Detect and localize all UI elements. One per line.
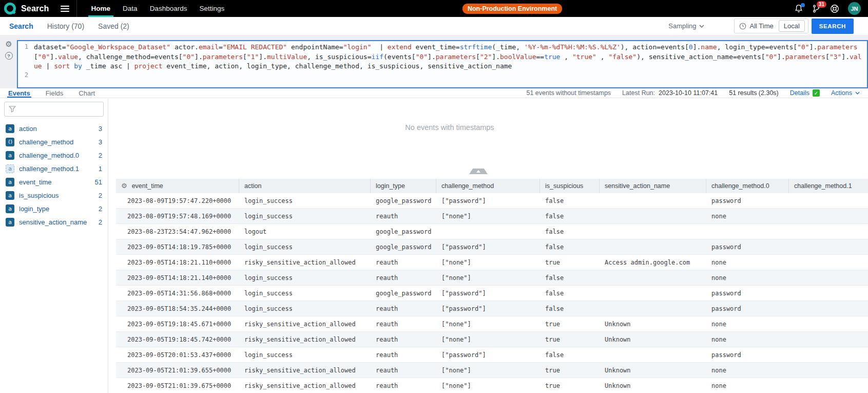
table-row[interactable]: 2023-08-23T23:54:47.962+0000logoutgoogle…: [116, 224, 868, 239]
query-token: multiValue: [267, 53, 307, 61]
tab-events[interactable]: Events: [8, 88, 30, 98]
cell-challenge_method.1: [789, 332, 868, 347]
sampling-dropdown[interactable]: Sampling: [668, 22, 704, 30]
table-row[interactable]: 2023-09-05T14:18:19.785+0000login_succes…: [116, 239, 868, 255]
timezone-button[interactable]: Local: [779, 20, 805, 32]
table-row[interactable]: 2023-09-05T14:31:56.868+0000login_succes…: [116, 286, 868, 301]
nav-item-home[interactable]: Home: [85, 0, 117, 17]
hamburger-menu-icon[interactable]: [61, 6, 69, 12]
query-token: '%Y-%m-%dT%H:%M:%S.%L%Z': [524, 43, 621, 51]
latest-run-value: 2023-10-10 11:07:41: [659, 89, 718, 97]
table-row[interactable]: 2023-08-09T19:57:47.220+0000login_succes…: [116, 193, 868, 209]
column-header-is_suspicious[interactable]: is_suspicious: [540, 179, 600, 193]
nav-item-data[interactable]: Data: [117, 0, 144, 17]
column-header-action[interactable]: action: [239, 179, 371, 193]
branch-activity-icon[interactable]: 31: [812, 4, 821, 13]
field-item-is_suspicious[interactable]: ais_suspicious2: [0, 189, 108, 202]
query-token: ,: [596, 53, 608, 61]
query-token: , is_suspicious=: [307, 53, 371, 61]
cell-challenge_method.0: none: [706, 270, 789, 285]
table-row[interactable]: 2023-09-05T19:18:45.671+0000risky_sensit…: [116, 316, 868, 332]
table-row[interactable]: 2023-08-09T19:57:48.169+0000login_succes…: [116, 209, 868, 224]
time-range-button[interactable]: All Time: [750, 22, 774, 30]
query-token: dataset=: [34, 43, 66, 51]
column-label: event_time: [132, 182, 163, 190]
top-app-bar: Search Home Data Dashboards Settings Non…: [0, 0, 868, 17]
cell-challenge_method: ["none"]: [436, 378, 540, 393]
field-name: sensitive_action_name: [19, 218, 87, 226]
field-filter-input[interactable]: [4, 102, 104, 117]
field-item-event_time[interactable]: aevent_time51: [0, 175, 108, 189]
results-summary: 51 results (2.30s): [729, 89, 779, 97]
column-label: action: [244, 182, 261, 190]
query-token: [: [34, 53, 38, 61]
actions-dropdown[interactable]: Actions: [831, 89, 860, 97]
help-lifebuoy-icon[interactable]: [830, 4, 839, 13]
details-link[interactable]: Details ✓: [790, 89, 820, 97]
table-row[interactable]: 2023-09-05T14:18:21.110+0000risky_sensit…: [116, 255, 868, 270]
nav-item-dashboards[interactable]: Dashboards: [144, 0, 194, 17]
query-token: ,: [560, 53, 572, 61]
field-item-sensitive_action_name[interactable]: asensitive_action_name2: [0, 215, 108, 229]
tab-chart[interactable]: Chart: [79, 88, 95, 98]
tab-fields[interactable]: Fields: [46, 88, 64, 98]
field-item-challenge_method.1[interactable]: achallenge_method.11: [0, 162, 108, 175]
cell-challenge_method.1: [789, 193, 868, 208]
app-logo[interactable]: [4, 3, 16, 14]
cell-challenge_method: ["none"]: [436, 332, 540, 347]
cell-login_type: reauth: [371, 316, 436, 331]
cell-is_suspicious: true: [540, 316, 600, 331]
cell-action: login_success: [239, 301, 371, 316]
tab-history[interactable]: History (70): [47, 22, 84, 30]
table-row[interactable]: 2023-09-05T19:18:45.742+0000risky_sensit…: [116, 332, 868, 347]
field-item-login_type[interactable]: alogin_type2: [0, 202, 108, 215]
column-header-challenge_method.1[interactable]: challenge_method.1: [789, 179, 868, 193]
column-header-login_type[interactable]: login_type: [371, 179, 436, 193]
table-settings-gear-icon[interactable]: ⚙: [121, 182, 127, 190]
scroll-up-handle[interactable]: [469, 169, 488, 174]
query-token: "2": [480, 53, 492, 61]
field-name: event_time: [19, 178, 52, 186]
column-header-challenge_method[interactable]: challenge_method: [436, 179, 540, 193]
cell-login_type: reauth: [371, 209, 436, 223]
query-token: parameters: [203, 53, 243, 61]
editor-line-numbers: 1 2: [18, 41, 32, 87]
query-editor[interactable]: 1 2 dataset="Google_Workspace_Dataset" a…: [17, 40, 868, 88]
cell-event_time: 2023-09-05T20:01:53.437+0000: [116, 347, 239, 362]
query-token: ), sensitive_action_name=events[: [636, 53, 765, 61]
column-header-event_time[interactable]: ⚙event_time: [116, 179, 239, 193]
cell-is_suspicious: true: [540, 255, 600, 270]
cell-action: risky_sensitive_action_allowed: [239, 378, 371, 393]
tab-search[interactable]: Search: [9, 22, 33, 30]
cell-event_time: 2023-09-05T18:54:35.244+0000: [116, 301, 239, 316]
query-token: ].: [693, 43, 701, 51]
query-token: by: [74, 62, 82, 70]
search-mode-tabs: Search History (70) Saved (2): [9, 22, 129, 30]
field-item-action[interactable]: aaction3: [0, 122, 108, 135]
results-main: No events with timestamps ⚙event_timeact…: [108, 99, 868, 393]
search-controls: Sampling All Time Local SEARCH: [668, 18, 854, 34]
table-row[interactable]: 2023-09-05T21:01:39.655+0000risky_sensit…: [116, 363, 868, 378]
cell-login_type: reauth: [371, 255, 436, 270]
string-type-icon: a: [6, 164, 14, 173]
cell-login_type: google_password: [371, 193, 436, 208]
user-avatar[interactable]: JN: [848, 2, 861, 15]
search-button[interactable]: SEARCH: [812, 18, 854, 34]
table-row[interactable]: 2023-09-05T14:18:21.140+0000login_succes…: [116, 270, 868, 286]
column-header-challenge_method.0[interactable]: challenge_method.0: [706, 179, 789, 193]
nav-item-settings[interactable]: Settings: [193, 0, 230, 17]
notifications-bell-icon[interactable]: [794, 4, 803, 13]
table-header-row: ⚙event_timeactionlogin_typechallenge_met…: [116, 179, 868, 193]
table-row[interactable]: 2023-09-05T20:01:53.437+0000login_succes…: [116, 347, 868, 363]
table-row[interactable]: 2023-09-05T21:01:39.675+0000risky_sensit…: [116, 378, 868, 393]
table-row[interactable]: 2023-09-05T18:54:35.244+0000login_succes…: [116, 301, 868, 316]
cell-event_time: 2023-09-05T19:18:45.742+0000: [116, 332, 239, 347]
cell-action: login_success: [239, 193, 371, 208]
editor-help-icon[interactable]: ?: [5, 52, 13, 60]
tab-saved[interactable]: Saved (2): [98, 22, 129, 30]
field-item-challenge_method[interactable]: {}challenge_method3: [0, 135, 108, 148]
editor-settings-gear-icon[interactable]: ⚙: [5, 40, 12, 48]
column-header-sensitive_action_name[interactable]: sensitive_action_name: [600, 179, 706, 193]
query-text[interactable]: dataset="Google_Workspace_Dataset" actor…: [32, 41, 867, 87]
field-item-challenge_method.0[interactable]: achallenge_method.02: [0, 148, 108, 162]
